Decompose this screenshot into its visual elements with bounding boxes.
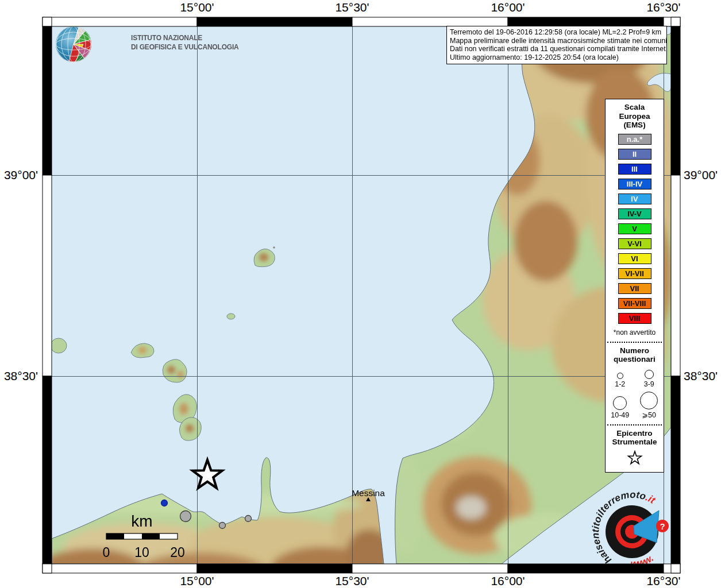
size-circle-label: 1-2 xyxy=(615,380,625,388)
earthquake-info-box: Terremoto del 19-06-2016 12:29:58 (ora l… xyxy=(446,26,667,64)
info-line-map: Mappa preliminare delle intensità macros… xyxy=(450,37,664,45)
ems-scale-title-2: Europea xyxy=(606,112,664,121)
size-circle-icon xyxy=(617,373,623,379)
questionnaire-point xyxy=(219,523,226,529)
axis-label-bottom-15-00: 15°00' xyxy=(180,574,214,588)
questionnaire-point xyxy=(161,500,168,506)
size-circle-icon xyxy=(613,396,627,410)
questionnaire-size-item: 3-9 xyxy=(635,370,664,388)
ems-chip-viii: VIII xyxy=(618,313,651,324)
ems-chip-ii: II xyxy=(618,149,651,160)
ingv-name-line1: ISTITUTO NAZIONALE xyxy=(131,34,202,42)
axis-label-left-39-00: 39°00' xyxy=(0,168,38,182)
axis-label-right-38-30: 38°30' xyxy=(684,369,718,383)
legend-divider-2 xyxy=(607,424,662,425)
ems-chip-iv: IV xyxy=(618,194,651,204)
questionnaire-title-2: questionari xyxy=(606,355,664,364)
ems-chip-v: V xyxy=(618,223,651,234)
questionnaire-title-1: Numero xyxy=(606,346,664,355)
epicenter-title-1: Epicentro xyxy=(606,429,664,438)
axis-label-top-16-00: 16°00' xyxy=(491,1,525,14)
ems-scale-title-1: Scala xyxy=(606,103,664,112)
axis-label-left-38-30: 38°30' xyxy=(0,369,38,383)
city-label: Messina xyxy=(352,488,385,498)
ems-chip-iii-iv: III-IV xyxy=(618,179,651,189)
ems-chip-vi-vii: VI-VII xyxy=(618,268,651,279)
ems-chip-v-vi: V-VI xyxy=(618,238,651,249)
question-mark: ? xyxy=(660,521,665,531)
scale-tick-20: 20 xyxy=(170,545,185,560)
axis-label-top-15-00: 15°00' xyxy=(180,1,214,14)
seismic-intensity-map-page: ISTITUTO NAZIONALE DI GEOFISICA E VULCAN… xyxy=(0,0,721,588)
scale-bar-unit: km xyxy=(131,512,152,530)
axis-label-bottom-15-30: 15°30' xyxy=(335,574,369,588)
ems-chip-vi: VI xyxy=(618,253,651,264)
questionnaire-size-item: ⩾50 xyxy=(635,392,664,419)
scale-tick-10: 10 xyxy=(134,545,149,560)
info-line-data: Dati non verificati estratti da 11 quest… xyxy=(450,45,664,53)
ems-chip-vii-viii: VII-VIII xyxy=(618,298,651,309)
ingv-name-line2: DI GEOFISICA E VULCANOLOGIA xyxy=(131,43,239,51)
epicenter-star-legend-icon xyxy=(626,450,643,466)
epicenter-title-2: Strumentale xyxy=(606,438,664,447)
axis-label-right-39-00: 39°00' xyxy=(684,168,718,182)
ems-chip-iii: III xyxy=(618,164,651,175)
legend-divider-1 xyxy=(607,342,662,343)
size-circle-label: ⩾50 xyxy=(642,411,656,419)
axis-label-top-16-30: 16°30' xyxy=(646,1,680,14)
questionnaire-point xyxy=(180,511,191,522)
size-circle-label: 3-9 xyxy=(644,380,654,388)
questionnaire-size-item: 1-2 xyxy=(606,370,635,388)
legend-panel: Scala Europea (EMS) n.a.*IIIIIIII-IVIVIV… xyxy=(605,99,664,473)
ems-scale-title-3: (EMS) xyxy=(606,121,664,130)
size-circle-icon xyxy=(640,392,658,409)
scale-tick-0: 0 xyxy=(103,545,110,560)
info-line-event: Terremoto del 19-06-2016 12:29:58 (ora l… xyxy=(450,28,664,37)
size-circle-icon xyxy=(645,370,654,379)
axis-label-top-15-30: 15°30' xyxy=(335,1,369,14)
questionnaire-size-grid: 1-23-910-49⩾50 xyxy=(606,366,664,419)
map-terrain: ISTITUTO NAZIONALE DI GEOFISICA E VULCAN… xyxy=(34,17,678,588)
ems-chip-iv-v: IV-V xyxy=(618,208,651,219)
size-circle-label: 10-49 xyxy=(611,411,629,419)
ems-chip-vii: VII xyxy=(618,283,651,294)
axis-label-bottom-16-00: 16°00' xyxy=(491,574,525,588)
axis-label-bottom-16-30: 16°30' xyxy=(646,574,680,588)
info-line-updated: Ultimo aggiornamento: 19-12-2025 20:54 (… xyxy=(450,53,664,62)
questionnaire-size-item: 10-49 xyxy=(606,392,635,419)
ems-scale-list: n.a.*IIIIIIII-IVIVIV-VVV-VIVIVI-VIIVIIVI… xyxy=(606,134,664,324)
ems-footnote: *non avvertito xyxy=(606,328,664,336)
questionnaire-point xyxy=(245,516,252,522)
ems-chip-n.a.*: n.a.* xyxy=(618,134,651,145)
